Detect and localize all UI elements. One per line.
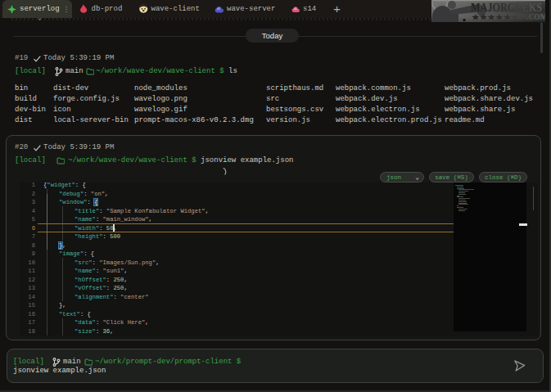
svg-text:.COM: .COM [526,13,545,21]
svg-text:MAJORGEEKS: MAJORGEEKS [471,2,542,14]
svg-text:★★★★★★: ★★★★★★ [472,13,520,21]
